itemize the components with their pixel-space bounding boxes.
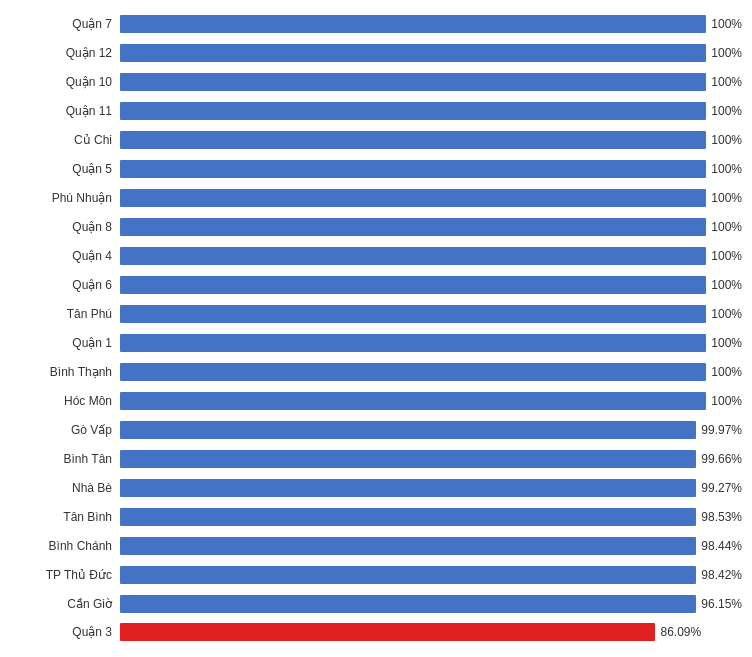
bar-value-label: 100% [711, 278, 742, 292]
bar-track: 98.53% [120, 508, 742, 526]
bar-fill [120, 363, 706, 381]
bar-row: Gò Vấp99.97% [10, 417, 742, 443]
bar-label: Củ Chi [10, 133, 120, 147]
bar-track: 99.97% [120, 421, 742, 439]
bar-track: 100% [120, 218, 742, 236]
bar-track: 99.66% [120, 450, 742, 468]
bar-value-label: 100% [711, 249, 742, 263]
bar-chart: Quận 7100%Quận 12100%Quận 10100%Quận 111… [0, 0, 752, 657]
bar-fill [120, 131, 706, 149]
bar-value-label: 99.27% [701, 481, 742, 495]
bar-track: 100% [120, 15, 742, 33]
bar-fill [120, 479, 696, 497]
bar-row: Tân Phú100% [10, 301, 742, 327]
bar-value-label: 100% [711, 307, 742, 321]
bar-track: 100% [120, 189, 742, 207]
bar-label: Bình Thạnh [10, 365, 120, 379]
bar-value-label: 100% [711, 394, 742, 408]
bar-track: 100% [120, 131, 742, 149]
bar-value-label: 100% [711, 133, 742, 147]
bar-row: Quận 7100% [10, 11, 742, 37]
bar-value-label: 100% [711, 46, 742, 60]
bar-track: 100% [120, 160, 742, 178]
bar-value-label: 100% [711, 336, 742, 350]
bar-label: Hóc Môn [10, 394, 120, 408]
bar-fill [120, 15, 706, 33]
bar-row: Phú Nhuận100% [10, 185, 742, 211]
bar-label: Quận 11 [10, 104, 120, 118]
bar-row: Bình Thạnh100% [10, 359, 742, 385]
bar-fill [120, 508, 696, 526]
bar-label: Quận 5 [10, 162, 120, 176]
bar-row: Củ Chi100% [10, 127, 742, 153]
bar-track: 100% [120, 363, 742, 381]
bar-value-label: 86.09% [660, 625, 701, 639]
bar-track: 100% [120, 334, 742, 352]
bar-fill [120, 276, 706, 294]
bar-fill [120, 102, 706, 120]
bar-fill [120, 566, 696, 584]
bar-row: Tân Bình98.53% [10, 504, 742, 530]
bar-row: Quận 12100% [10, 40, 742, 66]
bar-track: 100% [120, 392, 742, 410]
bar-label: Phú Nhuận [10, 191, 120, 205]
bar-fill [120, 421, 696, 439]
bar-fill [120, 623, 655, 641]
bar-track: 100% [120, 44, 742, 62]
bar-track: 100% [120, 247, 742, 265]
bar-label: Quận 4 [10, 249, 120, 263]
bar-row: Quận 5100% [10, 156, 742, 182]
bar-label: Bình Chánh [10, 539, 120, 553]
bar-value-label: 100% [711, 162, 742, 176]
bar-fill [120, 218, 706, 236]
bar-label: Quận 10 [10, 75, 120, 89]
bar-row: TP Thủ Đức98.42% [10, 562, 742, 588]
bar-row: Quận 11100% [10, 98, 742, 124]
bar-value-label: 100% [711, 75, 742, 89]
bar-value-label: 100% [711, 104, 742, 118]
bar-fill [120, 73, 706, 91]
bar-row: Quận 8100% [10, 214, 742, 240]
bar-track: 100% [120, 102, 742, 120]
bar-value-label: 100% [711, 191, 742, 205]
bar-value-label: 99.97% [701, 423, 742, 437]
bar-row: Nhà Bè99.27% [10, 475, 742, 501]
bar-row: Quận 1100% [10, 330, 742, 356]
bar-label: Quận 3 [10, 625, 120, 639]
bar-label: Quận 7 [10, 17, 120, 31]
bar-fill [120, 44, 706, 62]
bar-row: Hóc Môn100% [10, 388, 742, 414]
bar-row: Quận 386.09% [10, 619, 742, 645]
bar-row: Cần Giờ96.15% [10, 591, 742, 617]
bar-fill [120, 334, 706, 352]
bar-track: 100% [120, 73, 742, 91]
bar-row: Quận 6100% [10, 272, 742, 298]
bar-label: Gò Vấp [10, 423, 120, 437]
bar-label: Tân Bình [10, 510, 120, 524]
bar-value-label: 100% [711, 220, 742, 234]
bar-fill [120, 537, 696, 555]
bar-fill [120, 305, 706, 323]
bar-track: 96.15% [120, 595, 742, 613]
bar-fill [120, 160, 706, 178]
bar-label: Quận 8 [10, 220, 120, 234]
bar-value-label: 100% [711, 17, 742, 31]
bar-value-label: 100% [711, 365, 742, 379]
bar-value-label: 96.15% [701, 597, 742, 611]
bar-row: Quận 4100% [10, 243, 742, 269]
bar-track: 99.27% [120, 479, 742, 497]
bar-track: 98.42% [120, 566, 742, 584]
bar-fill [120, 247, 706, 265]
bar-fill [120, 595, 696, 613]
bar-label: Bình Tân [10, 452, 120, 466]
bar-label: Cần Giờ [10, 597, 120, 611]
bar-value-label: 98.44% [701, 539, 742, 553]
bar-fill [120, 450, 696, 468]
bar-row: Quận 10100% [10, 69, 742, 95]
bar-fill [120, 189, 706, 207]
bar-fill [120, 392, 706, 410]
bar-label: Quận 12 [10, 46, 120, 60]
bar-label: Quận 6 [10, 278, 120, 292]
bar-value-label: 98.53% [701, 510, 742, 524]
bar-label: TP Thủ Đức [10, 568, 120, 582]
